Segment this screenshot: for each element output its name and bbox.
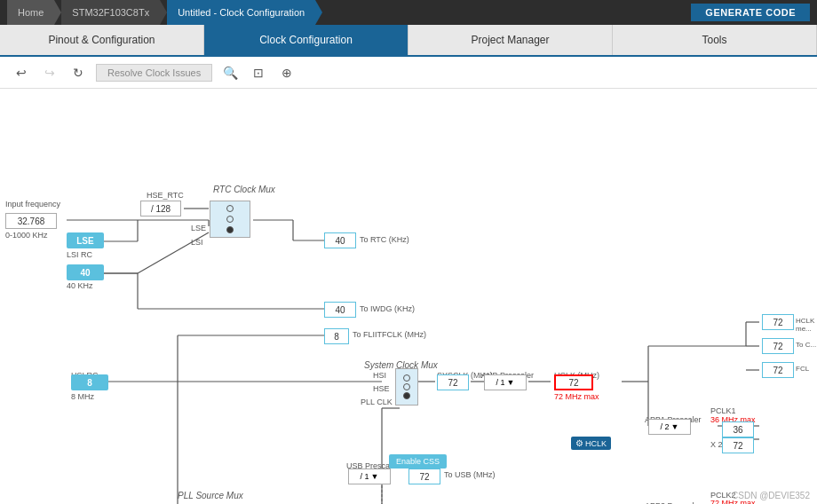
hse-rtc-label: HSE_RTC — [147, 191, 184, 200]
lse-block[interactable]: LSE — [67, 232, 104, 248]
tab-tools-label: Tools — [702, 34, 726, 46]
ahb-prescaler-select[interactable]: / 1 ▼ — [484, 374, 527, 390]
search-button[interactable]: 🔍 — [219, 62, 241, 83]
pll-source-mux-label: PLL Source Mux — [178, 491, 243, 500]
usb-prescaler-select[interactable]: / 1 ▼ — [348, 469, 391, 484]
right-val-3[interactable]: 72 — [762, 362, 794, 378]
breadcrumb-device-label: STM32F103C8Tx — [72, 7, 149, 18]
to-rtc-value[interactable]: 40 — [324, 232, 356, 248]
tab-pinout[interactable]: Pinout & Configuration — [0, 25, 204, 55]
tab-clock[interactable]: Clock Configuration — [204, 25, 408, 55]
breadcrumb-device[interactable]: STM32F103C8Tx — [61, 0, 160, 25]
right-val-2[interactable]: 72 — [762, 338, 794, 354]
input-freq-label-1: Input frequency — [5, 200, 60, 209]
to-usb-label: To USB (MHz) — [444, 470, 496, 479]
to-c-label: To C... — [796, 341, 816, 349]
redo-button[interactable]: ↪ — [39, 62, 60, 83]
lse-freq-input[interactable]: 32.768 — [5, 213, 57, 229]
breadcrumb-page[interactable]: Untitled - Clock Configuration — [167, 0, 315, 25]
to-rtc-label: To RTC (KHz) — [360, 235, 409, 244]
system-clock-mux[interactable] — [395, 368, 418, 406]
tab-bar: Pinout & Configuration Clock Configurati… — [0, 25, 817, 57]
sysclk-value[interactable]: 72 — [437, 374, 469, 390]
diagram-area: Input frequency 32.768 0-1000 KHz LSE LS… — [0, 89, 817, 504]
right-val-1[interactable]: 72 — [762, 314, 794, 330]
tab-project-label: Project Manager — [471, 34, 549, 46]
hclk-max-label: 72 MHz max — [554, 392, 599, 401]
undo-button[interactable]: ↩ — [11, 62, 32, 83]
zoom-button[interactable]: ⊕ — [276, 62, 297, 83]
rtc-clock-mux-label: RTC Clock Mux — [213, 185, 275, 194]
breadcrumb-bar: Home STM32F103C8Tx Untitled - Clock Conf… — [0, 0, 817, 25]
lse-wire-label: LSE — [191, 224, 206, 232]
hclk-badge: ⚙ HCLK — [571, 437, 611, 450]
refresh-button[interactable]: ↻ — [67, 62, 89, 83]
breadcrumb-home[interactable]: Home — [7, 0, 54, 25]
apb1-val1[interactable]: 36 — [722, 421, 754, 437]
pllclk-label: PLL CLK — [361, 398, 393, 406]
generate-code-button[interactable]: GENERATE CODE — [691, 4, 810, 21]
resolve-issues-button[interactable]: Resolve Clock Issues — [96, 64, 212, 82]
tab-tools[interactable]: Tools — [613, 25, 817, 55]
usb-val[interactable]: 72 — [408, 469, 440, 484]
hsi-block[interactable]: 8 — [71, 374, 108, 390]
breadcrumb-page-label: Untitled - Clock Configuration — [178, 7, 305, 18]
hsi-mux-label: HSI — [373, 371, 386, 380]
tab-project[interactable]: Project Manager — [408, 25, 613, 55]
to-iwdg-value[interactable]: 40 — [324, 302, 356, 318]
hse-mux-label: HSE — [373, 384, 390, 393]
breadcrumb-home-label: Home — [18, 7, 44, 18]
div128-block[interactable]: / 128 — [140, 201, 181, 217]
to-iwdg-label: To IWDG (KHz) — [360, 304, 415, 313]
hsi-freq-label: 8 MHz — [71, 392, 94, 401]
hclk-me-label: HCLK me... — [796, 317, 817, 333]
to-fli-label: To FLIITFCLK (MHz) — [353, 330, 426, 339]
fcl-label: FCL — [796, 365, 809, 373]
pclk1-label: PCLK1 — [710, 406, 736, 415]
lsi-freq-label: 40 KHz — [67, 281, 93, 290]
fit-button[interactable]: ⊡ — [248, 62, 269, 83]
tab-clock-label: Clock Configuration — [259, 34, 353, 46]
lsi-rc-label: LSI RC — [67, 250, 92, 259]
rtc-mux-block[interactable] — [210, 201, 250, 238]
enable-css-button[interactable]: Enable CSS — [389, 454, 447, 469]
tab-pinout-label: Pinout & Configuration — [48, 34, 155, 46]
to-fli-value[interactable]: 8 — [324, 328, 349, 344]
main-content: Input frequency 32.768 0-1000 KHz LSE LS… — [0, 89, 817, 504]
apb1-prescaler-select[interactable]: / 2 ▼ — [648, 419, 691, 435]
lsi-block[interactable]: 40 — [67, 264, 104, 280]
diagram-lines — [0, 89, 817, 504]
apb1-val2[interactable]: 72 — [722, 437, 754, 453]
freq-range-label-1: 0-1000 KHz — [5, 231, 48, 240]
lsi-wire-label: LSI — [191, 238, 203, 247]
toolbar: ↩ ↪ ↻ Resolve Clock Issues 🔍 ⊡ ⊕ — [0, 57, 817, 89]
apb1-x2-label: X 2 — [710, 440, 723, 449]
hclk-value[interactable]: 72 — [554, 374, 593, 390]
csdn-watermark: CSDN @DEVIE352 — [732, 491, 810, 500]
